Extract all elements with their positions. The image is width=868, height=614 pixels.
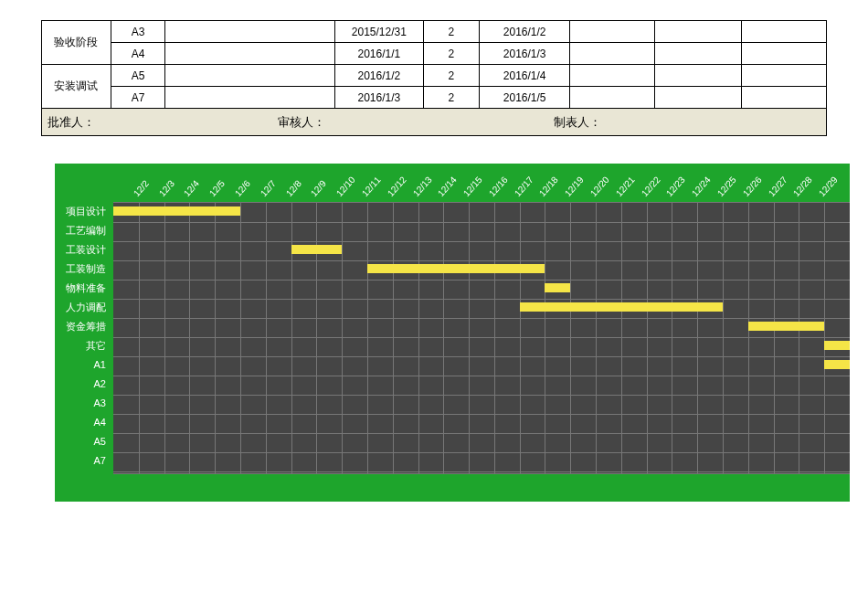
gantt-row: A5 [113,432,850,451]
table-row: A42016/1/122016/1/3 [42,43,827,65]
x-tick-label: 12/12 [386,175,408,198]
review-label: 审核人： [272,114,548,131]
gantt-row-label: A4 [55,413,110,432]
x-tick-label: 12/26 [741,175,764,198]
gantt-row: 其它 [113,336,850,355]
table-cell [570,21,655,43]
table-cell: 2016/1/2 [334,65,423,87]
gantt-row: 工艺编制 [113,221,850,240]
x-tick-label: 12/6 [233,178,252,198]
gantt-row: A3 [113,394,850,413]
table-cell [165,87,335,109]
table-cell: 2016/1/3 [334,87,423,109]
gantt-bar [748,322,824,331]
x-tick-label: 12/10 [334,175,357,198]
gantt-row: 项目设计 [113,202,850,221]
x-tick-label: 12/8 [283,178,302,198]
table-cell: 2016/1/2 [480,21,570,43]
x-tick-label: 12/15 [461,175,484,198]
table-cell [570,65,655,87]
x-tick-label: 12/5 [207,178,227,198]
x-tick-label: 12/18 [537,175,560,198]
x-tick-label: 12/28 [791,175,814,198]
gantt-row-label: A3 [55,394,110,413]
gantt-row: 资金筹措 [113,317,850,336]
table-cell: A7 [111,87,164,109]
phase-cell: 验收阶段 [42,21,111,65]
table-cell: A5 [111,65,164,87]
gantt-row: A4 [113,413,850,432]
gantt-row: A1 [113,355,850,375]
prepare-label: 制表人： [548,114,826,131]
gantt-row: 物料准备 [113,279,850,298]
gantt-row-label: A1 [55,355,110,375]
gantt-bar [113,206,240,216]
x-tick-label: 12/14 [436,175,459,198]
gantt-row-label: 工艺编制 [55,221,110,240]
x-tick-label: 12/9 [309,178,328,198]
x-tick-label: 12/17 [513,175,535,198]
gantt-row: A7 [113,451,850,471]
table-cell: 2016/1/4 [480,65,570,87]
table-row: A72016/1/322016/1/5 [42,87,827,109]
table-cell [165,21,335,43]
gantt-bar [291,245,343,254]
table-cell [742,21,827,43]
x-tick-label: 12/3 [156,178,175,198]
table-cell [570,43,655,65]
gantt-chart: 12/212/312/412/512/612/712/812/912/1012/… [55,164,850,502]
gantt-row-label: A5 [55,432,110,451]
table-cell: 2 [423,65,479,87]
x-tick-label: 12/22 [639,175,662,198]
table-cell: A3 [111,21,164,43]
gantt-row-label: 项目设计 [55,202,110,221]
gantt-row-label: 其它 [55,336,110,355]
x-tick-label: 12/25 [715,175,738,198]
x-tick-label: 12/24 [690,175,713,198]
gantt-row-label: A2 [55,375,110,394]
table-cell: 2 [423,21,479,43]
x-tick-label: 12/16 [487,175,510,198]
x-tick-label: 12/13 [410,175,433,198]
table-cell: 2 [423,43,479,65]
table-cell [165,65,335,87]
schedule-table: 验收阶段A32015/12/3122016/1/2A42016/1/122016… [41,20,827,109]
x-tick-label: 12/7 [259,178,278,198]
gantt-row-label: 人力调配 [55,298,110,317]
table-cell: 2015/12/31 [334,21,423,43]
approve-label: 批准人： [42,114,272,131]
gantt-bar [367,264,545,273]
x-tick-label: 12/27 [766,175,789,198]
table-cell [742,43,827,65]
gantt-bar [824,341,850,350]
x-tick-label: 12/11 [360,175,383,198]
gantt-row-label: A7 [55,451,110,471]
x-tick-label: 12/20 [588,175,611,198]
signoff-row: 批准人： 审核人： 制表人： [41,109,827,136]
x-tick-label: 12/21 [614,175,637,198]
table-row: 安装调试A52016/1/222016/1/4 [42,65,827,87]
gantt-bar [824,360,850,369]
gantt-row: 人力调配 [113,298,850,317]
table-cell [742,87,827,109]
gantt-row-label: 物料准备 [55,279,110,298]
x-tick-label: 12/2 [132,178,151,198]
table-cell: A4 [111,43,164,65]
gantt-row: A2 [113,375,850,394]
gantt-row: 工装制造 [113,259,850,279]
table-cell [655,43,742,65]
table-cell: 2016/1/3 [480,43,570,65]
table-cell [570,87,655,109]
gantt-row-label: 资金筹措 [55,317,110,336]
gantt-bar [545,283,570,292]
gantt-row-label: 工装制造 [55,259,110,279]
table-cell: 2016/1/1 [334,43,423,65]
table-cell [742,65,827,87]
gantt-row: 工装设计 [113,240,850,259]
gantt-bar [520,302,723,312]
gantt-row-label: 工装设计 [55,240,110,259]
table-row: 验收阶段A32015/12/3122016/1/2 [42,21,827,43]
x-tick-label: 12/4 [182,178,201,198]
table-cell: 2 [423,87,479,109]
table-cell [165,43,335,65]
